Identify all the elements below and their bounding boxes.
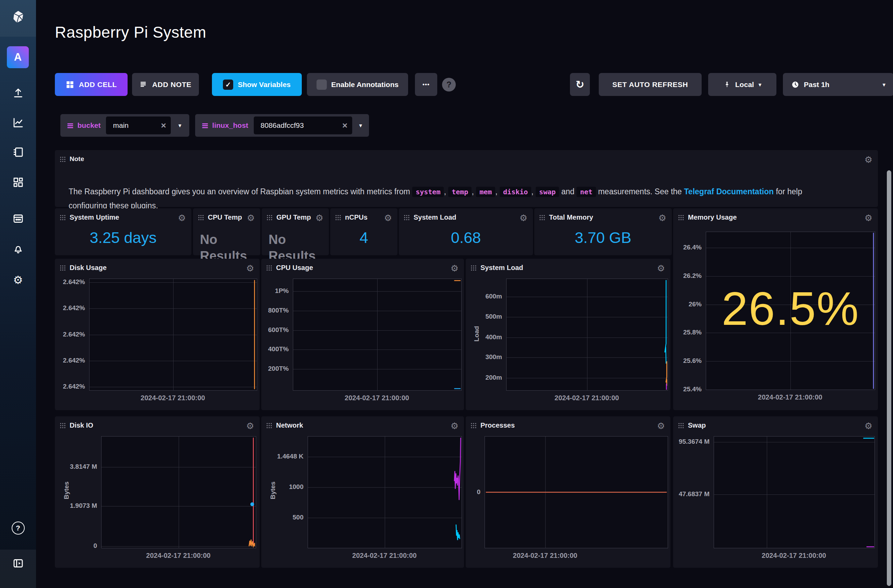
variable-bucket-dropdown[interactable]: ≡ bucket main × ▾: [60, 114, 189, 137]
toolbar-help-button[interactable]: ?: [442, 78, 456, 92]
time-range-caret-icon: ▾: [882, 81, 885, 88]
settings-gear-icon[interactable]: ⚙: [13, 273, 23, 286]
cell-title: Disk IO: [70, 422, 242, 429]
y-tick: 500: [293, 514, 304, 521]
variable-linux-host-input[interactable]: 8086adfccf93 ×: [254, 117, 352, 134]
y-tick: 2.642%: [63, 383, 85, 390]
influxdb-logo-icon[interactable]: [11, 10, 26, 25]
gear-icon[interactable]: ⚙: [451, 422, 459, 430]
tasks-calendar-icon[interactable]: [12, 213, 24, 225]
series-line: [293, 279, 461, 390]
enable-annotations-toggle[interactable]: Enable Annotations: [307, 73, 408, 96]
gear-icon[interactable]: ⚙: [864, 155, 872, 164]
add-note-button[interactable]: ADD NOTE: [132, 73, 199, 96]
drag-handle-icon[interactable]: [471, 265, 477, 271]
notebooks-icon[interactable]: [12, 146, 24, 158]
drag-handle-icon[interactable]: [60, 423, 66, 429]
drag-handle-icon[interactable]: [335, 214, 341, 220]
gear-icon[interactable]: ⚙: [451, 264, 459, 273]
drag-handle-icon[interactable]: [266, 265, 272, 271]
stat-value: 3.25 days: [55, 229, 191, 247]
measurement-chip: net: [576, 187, 596, 197]
measurement-chip: diskio: [500, 187, 531, 197]
variable-bucket-input[interactable]: main ×: [106, 117, 171, 134]
ellipsis-icon: •••: [422, 81, 430, 88]
data-explorer-graph-icon[interactable]: [12, 117, 24, 129]
variable-bucket-caret-icon[interactable]: ▾: [171, 122, 189, 129]
drag-handle-icon[interactable]: [404, 214, 410, 220]
set-auto-refresh-button[interactable]: SET AUTO REFRESH: [599, 73, 702, 96]
show-variables-checkbox[interactable]: ✓: [223, 80, 233, 90]
y-tick: 47.6837 M: [679, 490, 710, 498]
y-tick: 25.4%: [683, 386, 702, 393]
add-note-label: ADD NOTE: [152, 81, 191, 89]
refresh-button[interactable]: ↻: [570, 73, 590, 96]
alerts-bell-icon[interactable]: [12, 243, 24, 255]
y-tick: 0: [477, 488, 480, 496]
ncpus-cell: nCPUs ⚙ 4: [330, 208, 397, 255]
y-tick: 95.3674 M: [679, 438, 710, 446]
more-options-button[interactable]: •••: [415, 73, 437, 96]
drag-handle-icon[interactable]: [198, 214, 204, 220]
variable-linux-host-caret-icon[interactable]: ▾: [352, 122, 369, 129]
avatar[interactable]: A: [7, 46, 29, 68]
note-cell-title: Note: [70, 155, 861, 163]
help-icon[interactable]: ?: [12, 522, 25, 534]
x-axis-label: 2024-02-17 21:00:00: [293, 394, 461, 402]
drag-handle-icon[interactable]: [266, 423, 272, 429]
gear-icon[interactable]: ⚙: [247, 213, 255, 222]
variable-linux-host-dropdown[interactable]: ≡ linux_host 8086adfccf93 × ▾: [195, 114, 369, 137]
gear-icon[interactable]: ⚙: [864, 422, 872, 430]
gear-icon[interactable]: ⚙: [520, 213, 528, 222]
x-axis-label: 2024-02-17 21:00:00: [714, 552, 874, 560]
timezone-caret-icon: ▾: [759, 81, 762, 88]
note-text-before: The Raspberry Pi dashboard gives you an …: [69, 187, 410, 196]
gear-icon[interactable]: ⚙: [864, 213, 872, 222]
variable-bucket-clear-icon[interactable]: ×: [161, 120, 166, 131]
gear-icon[interactable]: ⚙: [246, 422, 254, 430]
series-line: [507, 279, 668, 390]
plot-area: [101, 436, 256, 548]
drag-handle-icon[interactable]: [678, 423, 684, 429]
drag-handle-icon[interactable]: [60, 214, 66, 220]
clock-icon: [791, 81, 799, 89]
y-tick: 3.8147 M: [70, 463, 97, 471]
variable-linux-host-clear-icon[interactable]: ×: [342, 120, 347, 131]
gear-icon[interactable]: ⚙: [246, 264, 254, 273]
telegraf-documentation-link[interactable]: Telegraf Documentation: [684, 187, 774, 196]
sidebar-nav: A ⚙ ?: [0, 0, 36, 588]
timezone-dropdown[interactable]: Local ▾: [708, 73, 776, 96]
dashboards-icon[interactable]: [12, 176, 24, 189]
gear-icon[interactable]: ⚙: [384, 213, 392, 222]
y-tick: 1.9073 M: [70, 502, 97, 510]
gear-icon[interactable]: ⚙: [657, 422, 665, 430]
vertical-scrollbar[interactable]: [887, 170, 891, 586]
show-variables-toggle[interactable]: ✓ Show Variables: [212, 73, 302, 96]
drag-handle-icon[interactable]: [678, 214, 684, 220]
y-tick: 26.2%: [683, 272, 702, 280]
series-line: [485, 436, 668, 548]
drag-handle-icon[interactable]: [471, 423, 477, 429]
add-cell-label: ADD CELL: [79, 81, 117, 89]
drag-handle-icon[interactable]: [60, 156, 66, 162]
drag-handle-icon[interactable]: [266, 214, 273, 220]
y-tick: 26.4%: [683, 244, 702, 251]
x-axis-label: 2024-02-17 21:00:00: [308, 552, 461, 560]
gear-icon[interactable]: ⚙: [316, 213, 323, 222]
expand-sidebar-icon[interactable]: [12, 557, 24, 570]
add-cell-button[interactable]: ADD CELL: [55, 73, 128, 96]
drag-handle-icon[interactable]: [539, 214, 545, 220]
drag-handle-icon[interactable]: [60, 265, 66, 271]
gear-icon[interactable]: ⚙: [658, 213, 666, 222]
gear-icon[interactable]: ⚙: [178, 213, 186, 222]
cell-title: CPU Usage: [276, 264, 447, 272]
plot-area: [484, 436, 668, 548]
upload-icon[interactable]: [12, 87, 24, 99]
y-tick: 800T%: [268, 307, 289, 314]
gear-icon[interactable]: ⚙: [657, 264, 665, 273]
x-axis-label: 2024-02-17 21:00:00: [506, 394, 667, 402]
enable-annotations-checkbox[interactable]: [317, 80, 327, 90]
data-point-dot: [250, 502, 254, 506]
time-range-dropdown[interactable]: Past 1h ▾: [783, 73, 893, 96]
series-line: [714, 436, 875, 548]
